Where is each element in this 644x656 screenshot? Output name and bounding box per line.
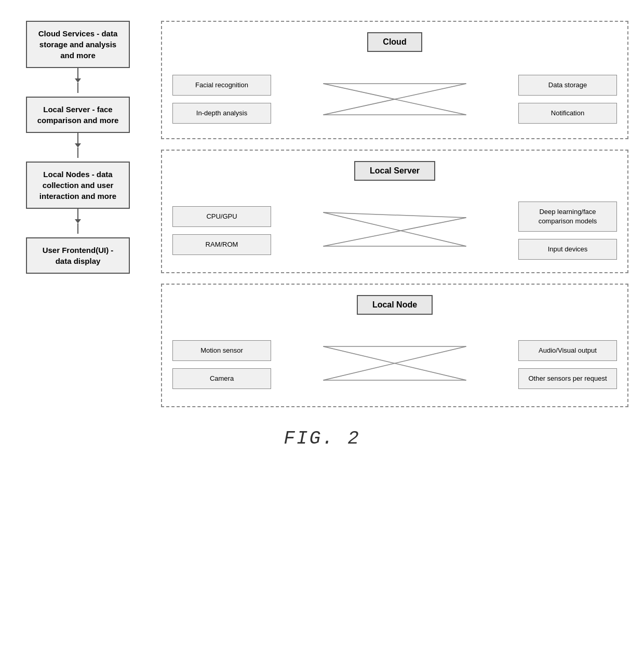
motion-sensor-box: Motion sensor xyxy=(172,340,271,361)
local-server-section: Local Server CPU/GPU RAM/ROM xyxy=(161,150,628,273)
cpu-gpu-box: CPU/GPU xyxy=(172,206,271,227)
diagram-container: Cloud Services - data storage and analys… xyxy=(0,0,644,407)
left-box-user-frontend: User Frontend(UI) - data display xyxy=(26,237,130,274)
local-node-left-boxes: Motion sensor Camera xyxy=(172,340,271,389)
other-sensors-box: Other sensors per request xyxy=(518,368,617,389)
local-server-left-boxes: CPU/GPU RAM/ROM xyxy=(172,206,271,255)
local-server-section-inner: Local Server CPU/GPU RAM/ROM xyxy=(172,161,617,262)
local-server-right-boxes: Deep learning/face comparison models Inp… xyxy=(518,202,617,260)
left-box-local-server: Local Server - face comparison and more xyxy=(26,97,130,133)
local-server-section-row: CPU/GPU RAM/ROM xyxy=(172,199,617,262)
svg-line-1 xyxy=(323,84,466,115)
svg-line-10 xyxy=(323,346,466,380)
data-storage-box: Data storage xyxy=(518,75,617,96)
deep-learning-box: Deep learning/face comparison models xyxy=(518,202,617,232)
figure-label: FIG. 2 xyxy=(0,428,644,449)
facial-recognition-box: Facial recognition xyxy=(172,75,271,96)
left-column: Cloud Services - data storage and analys… xyxy=(16,16,140,407)
cloud-section-row: Facial recognition In-depth analysis xyxy=(172,71,617,128)
svg-line-9 xyxy=(323,346,466,380)
left-box-local-nodes: Local Nodes - data collection and user i… xyxy=(26,162,130,209)
cloud-title-box: Cloud xyxy=(367,32,422,52)
local-server-title-box: Local Server xyxy=(354,161,435,181)
svg-line-4 xyxy=(323,212,466,218)
notification-box: Notification xyxy=(518,103,617,124)
in-depth-analysis-box: In-depth analysis xyxy=(172,103,271,124)
camera-box: Camera xyxy=(172,368,271,389)
cloud-left-boxes: Facial recognition In-depth analysis xyxy=(172,75,271,124)
cloud-section-inner: Cloud Facial recognition In-depth analys… xyxy=(172,32,617,128)
svg-line-5 xyxy=(323,212,466,246)
left-box-cloud-services: Cloud Services - data storage and analys… xyxy=(26,21,130,68)
ram-rom-box: RAM/ROM xyxy=(172,234,271,255)
svg-line-6 xyxy=(323,218,466,246)
input-devices-box: Input devices xyxy=(518,239,617,260)
local-node-right-boxes: Audio/Visual output Other sensors per re… xyxy=(518,340,617,389)
right-column: Cloud Facial recognition In-depth analys… xyxy=(161,16,628,407)
local-node-title-box: Local Node xyxy=(357,295,433,315)
audio-visual-box: Audio/Visual output xyxy=(518,340,617,361)
cloud-section: Cloud Facial recognition In-depth analys… xyxy=(161,21,628,139)
local-node-section: Local Node Motion sensor Camera xyxy=(161,284,628,407)
local-node-section-row: Motion sensor Camera xyxy=(172,333,617,396)
cloud-right-boxes: Data storage Notification xyxy=(518,75,617,124)
local-node-section-inner: Local Node Motion sensor Camera xyxy=(172,295,617,396)
svg-line-2 xyxy=(323,84,466,115)
